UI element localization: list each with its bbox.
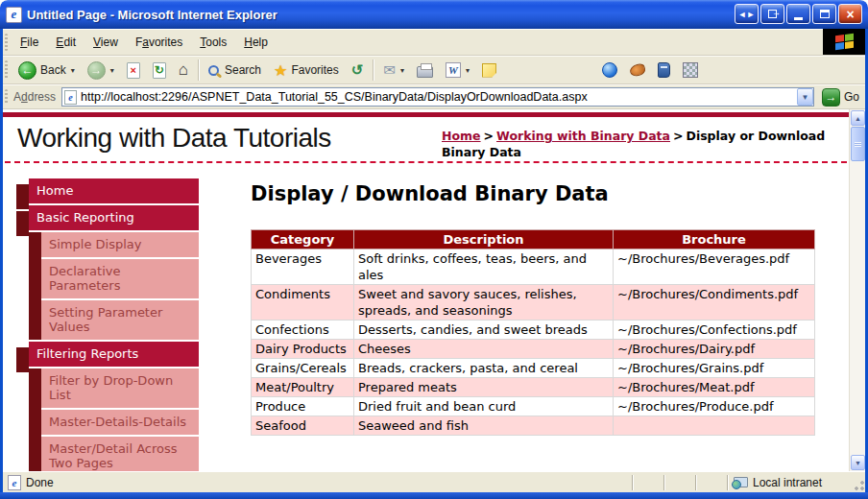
back-button[interactable]: ← Back ▾ (12, 58, 81, 83)
resize-grip[interactable] (851, 472, 865, 492)
edit-with-word-button[interactable]: W ▾ (440, 59, 475, 82)
notes-button[interactable] (476, 59, 502, 82)
cell-brochure: ~/Brochures/Grains.pdf (614, 359, 815, 378)
popout-button[interactable]: → (760, 4, 784, 24)
home-button[interactable]: ⌂ (173, 59, 194, 81)
cell-brochure: ~/Brochures/Meat.pdf (614, 378, 815, 397)
maximize-icon (820, 10, 830, 18)
table-row: Seafood Seaweed and fish (252, 416, 815, 436)
cell-description: Soft drinks, coffees, teas, beers, and a… (354, 250, 614, 285)
messenger-button[interactable] (596, 59, 623, 82)
vertical-scrollbar[interactable]: ▲ ▼ (849, 109, 865, 471)
sidebar-item-home[interactable]: Home (29, 178, 199, 203)
table-header-row: Category Description Brochure (252, 230, 815, 250)
breadcrumb-link-home[interactable]: Home (442, 129, 481, 143)
pixel-grid-icon (683, 62, 698, 78)
minimize-button[interactable] (786, 4, 810, 24)
screen-switch-button[interactable]: ◄► (735, 4, 759, 24)
screen-switch-icon: ◄► (738, 10, 756, 19)
maximize-button[interactable] (812, 4, 836, 24)
ie-app-icon: e (6, 7, 22, 23)
cell-category: Seafood (252, 416, 354, 436)
browser-window: e Untitled Page - Microsoft Internet Exp… (0, 0, 868, 499)
address-dropdown-button[interactable]: ▼ (797, 88, 813, 106)
table-row: Condiments Sweet and savory sauces, reli… (252, 285, 815, 321)
page-top-accent-bar (3, 112, 849, 117)
scrollbar-thumb[interactable] (851, 127, 865, 161)
favorites-label: Favorites (291, 63, 338, 77)
page-viewport: Working with Data Tutorials Home>Working… (3, 109, 849, 471)
sidebar-item-master-detail-two-pages[interactable]: Master/Detail Across Two Pages (41, 437, 199, 471)
status-bar: e Done Local intranet (3, 471, 865, 492)
table-row: Confections Desserts, candies, and sweet… (252, 321, 815, 340)
stop-icon: × (127, 62, 140, 79)
categories-table: Category Description Brochure Beverages … (251, 229, 815, 436)
home-icon: ⌂ (179, 63, 188, 77)
header-divider (5, 161, 847, 163)
cell-brochure: ~/Brochures/Confections.pdf (614, 321, 815, 340)
menu-view[interactable]: View (84, 31, 127, 54)
search-button[interactable]: Search (203, 59, 267, 81)
scroll-up-button[interactable]: ▲ (851, 110, 865, 126)
go-button[interactable]: → Go (822, 88, 859, 107)
sidebar-item-declarative-parameters[interactable]: Declarative Parameters (41, 259, 199, 298)
breadcrumb-separator: > (484, 129, 494, 143)
sidebar-item-master-details-details[interactable]: Master-Details-Details (41, 410, 199, 435)
status-pane (696, 472, 727, 492)
sidebar-item-filter-by-dropdown-list[interactable]: Filter by Drop-Down List (41, 368, 199, 408)
word-dropdown-icon: ▾ (466, 66, 470, 75)
standard-toolbar: ← Back ▾ → ▾ × ↻ ⌂ Search ★ Favorites ↺ … (3, 56, 865, 84)
cell-category: Dairy Products (252, 340, 354, 359)
address-bar-grip[interactable] (5, 89, 8, 106)
sidebar-navigation: Home Basic Reporting Simple Display Decl… (16, 178, 199, 471)
address-label: Address (13, 90, 56, 104)
fox-icon (629, 62, 646, 77)
cell-category: Beverages (252, 250, 354, 285)
addon-tool-button[interactable] (677, 59, 704, 82)
cell-category: Condiments (252, 285, 354, 321)
scroll-down-button[interactable]: ▼ (851, 455, 865, 470)
breadcrumb-separator: > (673, 129, 683, 143)
menu-favorites[interactable]: Favorites (127, 31, 191, 54)
close-button[interactable]: × (838, 4, 862, 24)
addon-fox-button[interactable] (624, 60, 651, 80)
window-controls: ◄► → × (735, 4, 862, 24)
window-border-bottom (0, 492, 868, 499)
menu-file[interactable]: File (12, 31, 47, 54)
sidebar-item-setting-parameter-values[interactable]: Setting Parameter Values (41, 300, 199, 340)
sidebar-subgroup-basic-reporting: Simple Display Declarative Parameters Se… (29, 232, 199, 340)
page-favicon: e (64, 90, 77, 105)
table-row: Produce Dried fruit and bean curd ~/Broc… (252, 397, 815, 416)
chevron-up-icon: ▲ (855, 115, 861, 122)
history-button[interactable]: ↺ (346, 58, 370, 83)
title-bar[interactable]: e Untitled Page - Microsoft Internet Exp… (0, 0, 868, 29)
sidebar-item-basic-reporting[interactable]: Basic Reporting (29, 205, 199, 230)
print-button[interactable] (411, 59, 439, 82)
favorites-star-icon: ★ (274, 61, 287, 80)
sidebar-item-filtering-reports[interactable]: Filtering Reports (29, 342, 199, 367)
address-input[interactable]: e http://localhost:2296/ASPNET_Data_Tuto… (61, 87, 814, 107)
mail-button[interactable]: ✉ ▾ (377, 58, 410, 83)
mail-dropdown-icon: ▾ (400, 66, 404, 75)
favorites-button[interactable]: ★ Favorites (268, 58, 345, 83)
refresh-button[interactable]: ↻ (147, 59, 172, 83)
cell-description: Sweet and savory sauces, relishes, sprea… (354, 285, 614, 321)
status-text: Done (26, 476, 54, 489)
windows-logo-throbber (823, 29, 865, 55)
forward-dropdown-icon: ▾ (110, 66, 114, 75)
menu-tools[interactable]: Tools (191, 31, 235, 54)
history-icon: ↺ (351, 61, 364, 79)
research-button[interactable] (652, 59, 676, 82)
menu-bar-grip[interactable] (5, 34, 8, 51)
cell-description: Breads, crackers, pasta, and cereal (354, 359, 614, 378)
menu-edit[interactable]: Edit (47, 31, 84, 54)
go-arrow-icon: → (822, 88, 840, 107)
toolbar-grip[interactable] (5, 60, 8, 80)
menu-help[interactable]: Help (235, 31, 277, 54)
forward-button[interactable]: → ▾ (82, 58, 120, 83)
sidebar-item-simple-display[interactable]: Simple Display (41, 232, 199, 257)
breadcrumb-link-binary-data[interactable]: Working with Binary Data (496, 129, 670, 143)
stop-button[interactable]: × (121, 59, 146, 83)
table-row: Grains/Cereals Breads, crackers, pasta, … (252, 359, 815, 378)
window-title: Untitled Page - Microsoft Internet Explo… (27, 8, 277, 22)
